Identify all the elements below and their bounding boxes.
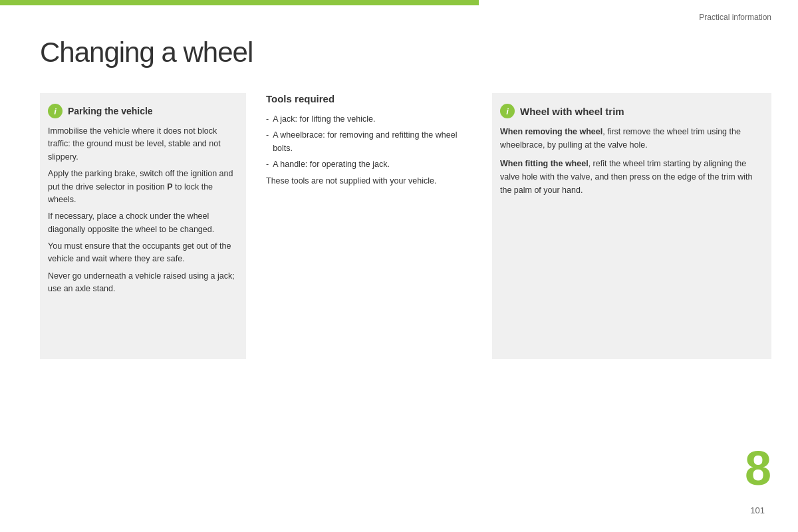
content-area: i Parking the vehicle Immobilise the veh… [40,93,771,359]
parking-para-1: Immobilise the vehicle where it does not… [48,125,235,164]
wheel-trim-para-1: When removing the wheel, first remove th… [500,125,761,152]
top-bar [0,0,479,5]
wheel-trim-para-2: When fitting the wheel, refit the wheel … [500,157,761,197]
wheel-trim-title: Wheel with wheel trim [520,106,624,117]
parking-box-title: Parking the vehicle [68,106,153,116]
tools-title: Tools required [266,93,472,104]
chapter-number: 8 [745,444,771,492]
tools-item-2: - A wheelbrace: for removing and refitti… [266,128,472,155]
header-section: Practical information [479,0,798,27]
header-title: Practical information [699,13,771,22]
parking-para-2: Apply the parking brake, switch off the … [48,168,235,206]
wheel-trim-body: When removing the wheel, first remove th… [500,125,761,197]
parking-para-3: If necessary, place a chock under the wh… [48,210,235,236]
page-number-bottom: 101 [750,505,765,515]
wheel-trim-icon: i [500,104,515,118]
parking-info-box: i Parking the vehicle Immobilise the veh… [40,93,246,359]
page-title: Changing a wheel [40,37,253,68]
tools-item-1: - A jack: for lifting the vehicle. [266,112,472,126]
tools-note: These tools are not supplied with your v… [266,175,472,188]
tools-item-3: - A handle: for operating the jack. [266,158,472,171]
wheel-trim-box: i Wheel with wheel trim When removing th… [492,93,771,359]
tools-section: Tools required - A jack: for lifting the… [266,93,472,359]
tools-list: - A jack: for lifting the vehicle. - A w… [266,112,472,171]
parking-para-5: Never go underneath a vehicle raised usi… [48,270,235,296]
wheel-trim-header: i Wheel with wheel trim [500,104,761,118]
parking-para-4: You must ensure that the occupants get o… [48,240,235,266]
parking-box-header: i Parking the vehicle [48,104,235,118]
parking-box-body: Immobilise the vehicle where it does not… [48,125,235,296]
parking-info-icon: i [48,104,63,118]
